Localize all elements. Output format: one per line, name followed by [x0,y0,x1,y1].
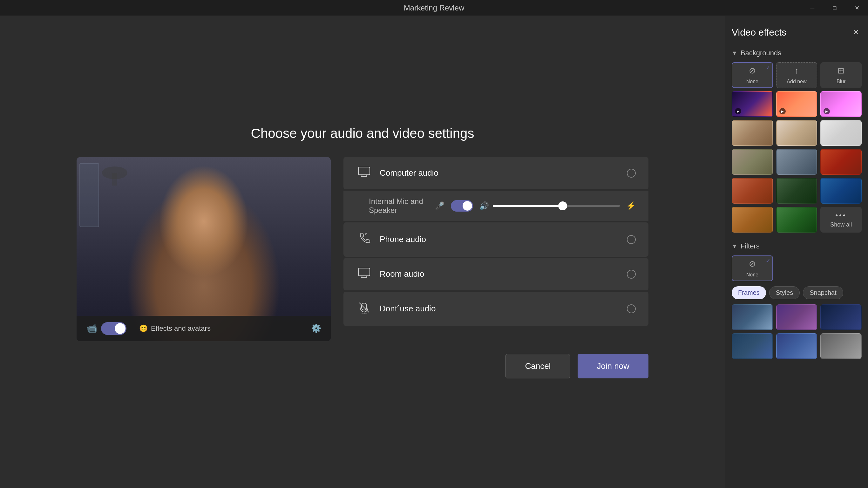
bg-add-new-label: Add new [787,79,806,85]
cancel-button[interactable]: Cancel [505,354,570,378]
backgrounds-section-header[interactable]: ▼ Backgrounds [732,49,862,57]
mic-toggle[interactable] [451,200,473,212]
bg-video-play-icon: ▶ [735,108,741,114]
effects-icon: 😊 [139,325,148,333]
volume-slider-track[interactable] [493,205,620,207]
maximize-button[interactable]: □ [824,0,846,16]
filter-tab-frames[interactable]: Frames [732,286,766,299]
computer-audio-option[interactable]: Computer audio [343,157,648,189]
effects-button[interactable]: 😊 Effects and avatars [139,325,211,333]
bg-arch-green-item[interactable] [776,178,817,204]
no-audio-radio[interactable] [627,304,636,313]
backgrounds-grid: ⊘ None ✓ ↑ Add new ⊞ Blur [732,62,862,233]
computer-audio-radio[interactable] [627,169,636,178]
video-feed [76,157,331,341]
bg-window-item[interactable] [776,149,817,175]
frame-item-1[interactable] [732,304,773,330]
camera-toggle[interactable] [101,322,126,335]
bg-none-label: None [746,79,758,85]
bg-modern-item[interactable] [820,149,862,175]
close-panel-button[interactable]: ✕ [850,25,862,39]
page-title: Choose your audio and video settings [251,126,474,141]
volume-slider-thumb[interactable] [558,202,567,210]
frame-item-6[interactable] [820,333,862,359]
bg-texture-item[interactable] [732,149,773,175]
filters-collapse-icon: ▼ [732,243,737,250]
frame-item-3[interactable] [820,304,862,330]
frame-item-4[interactable] [732,333,773,359]
bg-add-new-item[interactable]: ↑ Add new [776,62,817,88]
no-bg-icon: ⊘ [749,66,756,75]
frames-grid [732,304,862,359]
filter-tabs: Frames Styles Snapchat [732,286,862,299]
equalizer-icon[interactable]: ⚡ [626,202,636,210]
bg-pink-floral-item[interactable]: ▶ [820,91,862,117]
toggle-knob [115,323,125,334]
bg-desert-arch-item[interactable] [732,207,773,233]
room-audio-radio[interactable] [627,270,636,279]
bg-white-room-item[interactable] [820,120,862,146]
filter-none-label: None [746,272,758,278]
settings-gear-icon: ⚙️ [311,324,321,333]
audio-panel: Computer audio Internal Mic and Speaker … [343,157,648,326]
video-controls-bar: 📹 😊 Effects and avatars ⚙️ [76,316,331,341]
no-filter-icon: ⊘ [749,259,756,269]
phone-audio-radio[interactable] [627,235,636,244]
computer-audio-icon [356,166,372,180]
frame-item-5[interactable] [776,333,817,359]
bg-office1-item[interactable] [732,120,773,146]
bg-purple-mountain-item[interactable]: ▶ [732,91,773,117]
minimize-button[interactable]: ─ [801,0,824,16]
bg-garden-item[interactable] [776,207,817,233]
phone-audio-label: Phone audio [380,235,619,244]
phone-audio-option[interactable]: Phone audio [343,222,648,257]
close-button[interactable]: ✕ [846,0,868,16]
bg-blur-item[interactable]: ⊞ Blur [820,62,862,88]
bg-none-item[interactable]: ⊘ None ✓ [732,62,773,88]
show-all-button[interactable]: ••• Show all [820,207,862,233]
bg-blur-inner: ⊞ Blur [821,63,861,87]
filters-section-header[interactable]: ▼ Filters [732,242,862,250]
backgrounds-label: Backgrounds [741,49,781,57]
add-new-icon: ↑ [795,66,799,75]
camera-toggle-group: 📹 [86,322,126,335]
show-all-label: Show all [830,221,852,228]
room-audio-option[interactable]: Room audio [343,258,648,291]
phone-audio-icon [356,232,372,247]
bg-add-new-inner: ↑ Add new [776,63,817,88]
title-bar: Marketing Review ─ □ ✕ [0,0,868,16]
svg-rect-4 [359,167,370,175]
no-audio-option[interactable]: Dont´use audio [343,292,648,326]
window-title: Marketing Review [404,3,465,12]
filter-none-item[interactable]: ⊘ None ✓ [732,255,773,281]
bg-office2-item[interactable] [776,120,817,146]
bg-arch-red-item[interactable] [732,178,773,204]
computer-audio-label: Computer audio [380,168,619,178]
main-content: Choose your audio and video settings [0,16,868,488]
bg-video-play-icon-2: ▶ [779,108,786,114]
microphone-icon: 🎤 [435,202,444,210]
join-now-button[interactable]: Join now [578,354,648,378]
filters-section: ▼ Filters ⊘ None ✓ Frames Styles Snapcha… [732,242,862,365]
svg-line-13 [359,303,369,312]
video-effects-panel: Video effects ✕ ▼ Backgrounds ⊘ None ✓ ↑ [725,16,868,488]
video-settings-button[interactable]: ⚙️ [311,324,321,333]
bg-video-play-icon-3: ▶ [824,108,830,114]
filter-tab-snapchat[interactable]: Snapchat [803,286,843,299]
blur-icon: ⊞ [837,66,844,75]
filters-label: Filters [741,242,760,250]
filter-none-grid: ⊘ None ✓ [732,255,862,281]
collapse-icon: ▼ [732,50,737,57]
bg-ocean-item[interactable] [820,178,862,204]
panel-header: Video effects ✕ [732,25,862,39]
panel-title: Video effects [732,27,786,38]
camera-feed-image [76,157,331,341]
room-audio-label: Room audio [380,269,619,279]
bg-blur-label: Blur [837,79,845,85]
svg-rect-8 [359,268,370,276]
bg-coral-sky-item[interactable]: ▶ [776,91,817,117]
frame-item-2[interactable] [776,304,817,330]
internal-mic-label: Internal Mic and Speaker [369,197,429,215]
filter-tab-styles[interactable]: Styles [769,286,800,299]
effects-label: Effects and avatars [151,325,211,333]
